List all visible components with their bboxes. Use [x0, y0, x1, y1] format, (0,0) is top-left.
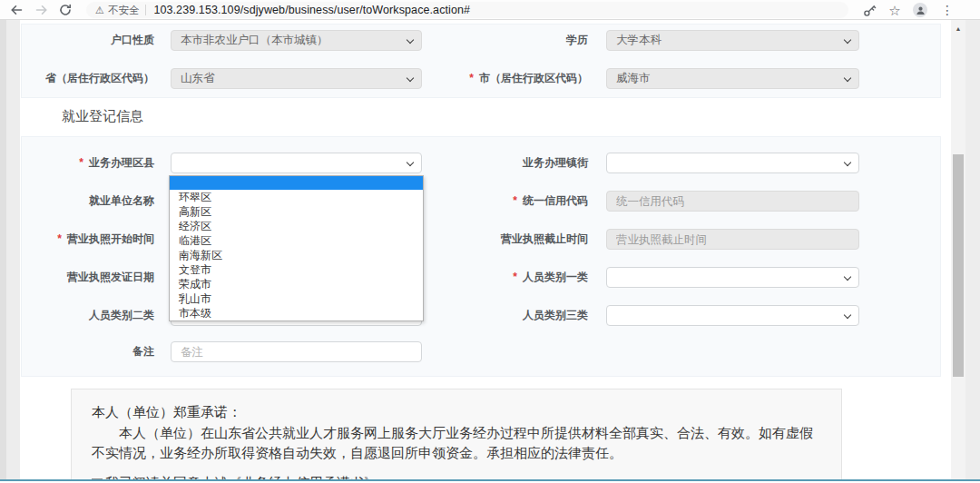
- person-type3-label: 人员类别三类: [426, 305, 588, 326]
- commitment-box: 本人（单位）郑重承诺： 本人（单位）在山东省公共就业人才服务网上服务大厅业务经办…: [71, 389, 842, 483]
- chevron-down-icon: [407, 74, 414, 82]
- city-label: 市（居住行政区代码）: [426, 68, 588, 89]
- employer-name-label: 就业单位名称: [9, 191, 154, 212]
- profile-avatar[interactable]: [913, 3, 927, 17]
- menu-kebab-icon[interactable]: ⋮: [940, 3, 955, 17]
- district-select[interactable]: [171, 153, 422, 173]
- hukou-select[interactable]: 本市非农业户口（本市城镇）: [171, 30, 422, 51]
- address-bar[interactable]: ⚠ 不安全 103.239.153.109/sdjyweb/business/u…: [86, 2, 848, 18]
- province-value: 山东省: [181, 71, 215, 86]
- person-type3-select[interactable]: [606, 305, 859, 326]
- town-label: 业务办理镇街: [426, 153, 588, 173]
- chevron-down-icon: [844, 273, 851, 281]
- forward-icon[interactable]: [34, 3, 49, 17]
- url-text: 103.239.153.109/sdjyweb/business/user/to…: [153, 4, 470, 16]
- district-label: 业务办理区县: [9, 153, 154, 173]
- license-start-label: 营业执照开始时间: [9, 229, 154, 250]
- back-icon[interactable]: [9, 3, 24, 17]
- chevron-down-icon: [844, 36, 851, 44]
- reload-icon[interactable]: [58, 3, 73, 17]
- person-type1-label: 人员类别一类: [426, 267, 588, 288]
- district-option[interactable]: 临港区: [170, 233, 423, 248]
- person-type2-label: 人员类别二类: [9, 305, 154, 326]
- hukou-value: 本市非农业户口（本市城镇）: [181, 33, 328, 48]
- person-type1-select[interactable]: [606, 267, 859, 288]
- vertical-scrollbar[interactable]: ▲: [951, 20, 965, 483]
- city-select[interactable]: 威海市: [606, 68, 859, 89]
- education-label: 学历: [426, 30, 588, 51]
- employment-section-title: 就业登记信息: [62, 108, 143, 125]
- password-key-icon[interactable]: [862, 3, 877, 17]
- screen: ⚠ 不安全 103.239.153.109/sdjyweb/business/u…: [0, 0, 980, 483]
- scrollbar-thumb[interactable]: [953, 154, 964, 377]
- district-option[interactable]: 荣成市: [170, 277, 423, 291]
- not-secure-warning-icon: ⚠: [95, 5, 104, 15]
- province-label: 省（居住行政区代码）: [9, 68, 154, 89]
- town-select[interactable]: [606, 153, 859, 173]
- license-end-label: 营业执照截止时间: [426, 229, 588, 250]
- not-secure-label: 不安全: [108, 4, 140, 17]
- district-option[interactable]: 市本级: [170, 306, 423, 320]
- commitment-body: 本人（单位）在山东省公共就业人才服务网上服务大厅业务经办过程中所提供材料全部真实…: [92, 423, 821, 463]
- education-value: 大学本科: [616, 33, 662, 48]
- district-option[interactable]: [170, 176, 423, 190]
- commitment-title: 本人（单位）郑重承诺：: [92, 401, 821, 423]
- credit-code-input[interactable]: [606, 191, 859, 212]
- chevron-down-icon: [844, 74, 851, 82]
- hukou-label: 户口性质: [9, 30, 154, 51]
- remark-label: 备注: [9, 341, 154, 362]
- chevron-down-icon: [407, 159, 414, 166]
- credit-code-label: 统一信用代码: [426, 191, 588, 212]
- district-option[interactable]: 乳山市: [170, 291, 423, 306]
- education-select[interactable]: 大学本科: [606, 30, 859, 51]
- province-select[interactable]: 山东省: [171, 68, 422, 89]
- district-option[interactable]: 文登市: [170, 262, 423, 277]
- left-gutter: [0, 20, 6, 483]
- district-option[interactable]: 环翠区: [170, 190, 423, 204]
- browser-toolbar: ⚠ 不安全 103.239.153.109/sdjyweb/business/u…: [0, 0, 980, 20]
- district-dropdown-list: 环翠区高新区经济区临港区南海新区文登市荣成市乳山市市本级: [169, 175, 424, 321]
- chevron-down-icon: [407, 36, 414, 44]
- district-option[interactable]: 南海新区: [170, 248, 423, 262]
- city-value: 威海市: [616, 71, 651, 86]
- license-issue-date-label: 营业执照发证日期: [9, 267, 154, 288]
- district-option[interactable]: 经济区: [170, 219, 423, 233]
- scrollbar-up-arrow-icon[interactable]: ▲: [951, 22, 965, 34]
- chevron-down-icon: [844, 311, 851, 319]
- omnibox-divider: [145, 5, 146, 15]
- remark-input[interactable]: [171, 341, 422, 362]
- district-option[interactable]: 高新区: [170, 204, 423, 219]
- chevron-down-icon: [844, 159, 851, 166]
- license-end-input[interactable]: [606, 229, 859, 250]
- bookmark-star-icon[interactable]: ☆: [887, 3, 902, 17]
